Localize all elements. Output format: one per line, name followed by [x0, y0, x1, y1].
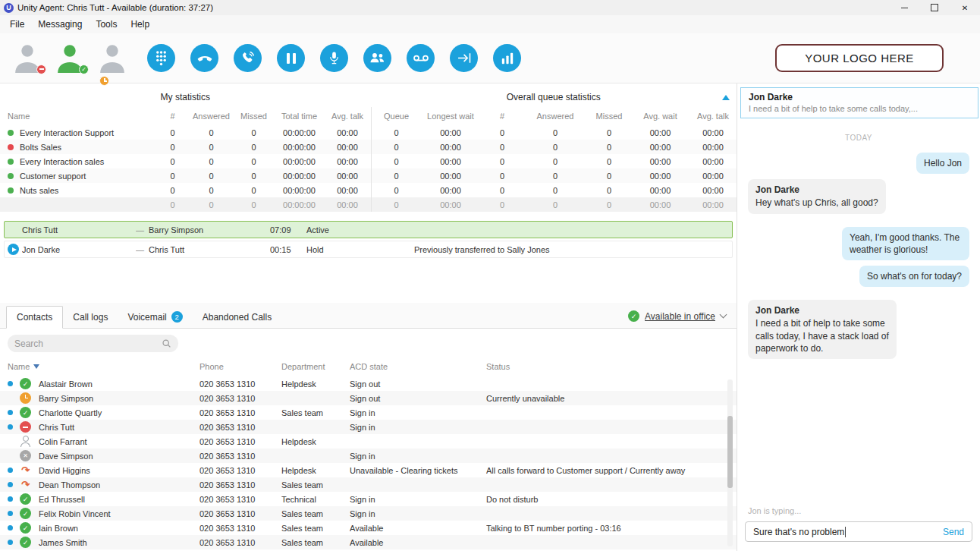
retrieve-call-icon[interactable]: [8, 244, 19, 255]
queue-presence-icon: [8, 144, 14, 150]
minimize-button[interactable]: [889, 0, 919, 15]
scrollbar-thumb[interactable]: [727, 416, 733, 488]
call-button[interactable]: [234, 44, 262, 72]
transfer-button[interactable]: [450, 44, 478, 72]
menu-tools[interactable]: Tools: [89, 19, 124, 30]
menu-file[interactable]: File: [3, 19, 31, 30]
contact-state-icon: [20, 537, 31, 548]
queue-stats-row[interactable]: Bolts Sales 0 0 0 00:00:00 00:00 0 00:00…: [0, 140, 737, 154]
stat-value: 0: [372, 128, 421, 137]
message-text: I need a bit of help to take some calls …: [755, 317, 889, 354]
contact-row[interactable]: Iain Brown 020 3653 1310 Sales team Avai…: [0, 521, 737, 535]
chat-messages: TODAY Hello Jon Jon Darke Hey what's up …: [737, 118, 980, 506]
presence-selector[interactable]: Available in office: [628, 310, 737, 328]
stat-value: 0: [480, 157, 524, 166]
search-input[interactable]: [14, 338, 162, 349]
send-button[interactable]: Send: [943, 527, 964, 537]
menu-help[interactable]: Help: [124, 19, 156, 30]
chat-input[interactable]: Sure that's no problem Send: [745, 521, 972, 542]
close-button[interactable]: [950, 0, 980, 15]
contact-phone: 020 3653 1310: [199, 509, 281, 518]
contact-department: Helpdesk: [281, 379, 350, 389]
queue-stats-row[interactable]: Nuts sales 0 0 0 00:00:00 00:00 0 00:00 …: [0, 183, 737, 197]
chat-message-received: Jon Darke Hey what's up Chris, all good?: [748, 179, 886, 213]
queue-stats-row[interactable]: Customer support 0 0 0 00:00:00 00:00 0 …: [0, 168, 737, 183]
acd-available-button[interactable]: [55, 41, 86, 76]
stat-value: 00:00: [324, 128, 371, 137]
contact-row[interactable]: Dean Thompson 020 3653 1310 Sales team: [0, 477, 737, 492]
tab-contacts[interactable]: Contacts: [6, 306, 63, 329]
contact-phone: 020 3653 1310: [199, 524, 281, 533]
hangup-button[interactable]: [190, 44, 218, 72]
tab-abandoned-calls[interactable]: Abandoned Calls: [193, 307, 281, 328]
menu-messaging[interactable]: Messaging: [31, 19, 89, 30]
stat-total: 00:00:00: [275, 200, 324, 209]
available-badge-icon: [79, 65, 89, 74]
stat-value: 00:00: [632, 172, 689, 181]
day-divider: TODAY: [845, 134, 872, 142]
statistics-header-row: Name # Answered Missed Total time Avg. t…: [0, 107, 737, 125]
stat-value: 0: [155, 172, 190, 181]
mute-button[interactable]: [320, 44, 348, 72]
collapse-stats-icon[interactable]: [722, 95, 730, 100]
presence-dot: [8, 525, 20, 531]
contact-acd-state: Sign in: [350, 423, 486, 432]
stat-total: 0: [155, 200, 190, 209]
presence-dot: [8, 511, 20, 516]
stat-value: 0: [586, 186, 632, 195]
contact-state-icon: [20, 450, 31, 461]
contacts-scrollbar[interactable]: [727, 379, 733, 546]
voicemail-button[interactable]: [407, 44, 435, 72]
col-avg-talk: Avg. talk: [324, 112, 371, 121]
stat-value: 0: [233, 143, 275, 152]
sort-desc-icon: [33, 364, 39, 369]
stat-total: 0: [233, 200, 275, 209]
contact-row[interactable]: Barry Simpson 020 3653 1310 Sign out Cur…: [0, 391, 737, 405]
contact-row[interactable]: Colin Farrant 020 3653 1310 Helpdesk: [0, 434, 737, 449]
column-name[interactable]: Name: [8, 362, 199, 371]
call-row-held[interactable]: Jon Darke — Chris Tutt 00:15 Hold Previo…: [4, 241, 733, 258]
conference-button[interactable]: [363, 44, 391, 72]
contact-row[interactable]: Ed Thrussell 020 3653 1310 Technical Sig…: [0, 492, 737, 506]
dialpad-button[interactable]: [147, 44, 175, 72]
stat-value: 00:00: [632, 128, 689, 137]
stat-value: 0: [480, 128, 524, 137]
contact-row[interactable]: Chris Tutt 020 3653 1310 Sign in: [0, 420, 737, 434]
contact-row[interactable]: Charlotte Quartly 020 3653 1310 Sales te…: [0, 405, 737, 420]
tab-label: Abandoned Calls: [203, 312, 272, 323]
stat-total: 00:00: [632, 200, 689, 209]
contact-row[interactable]: David Higgins 020 3653 1310 Helpdesk Una…: [0, 463, 737, 477]
statistics-panel: My statistics Overall queue statistics N…: [0, 83, 737, 212]
acd-unavailable-button[interactable]: [12, 41, 44, 76]
contact-state-icon: [20, 493, 31, 505]
chat-conversation-header[interactable]: Jon Darke I need a bit of help to take s…: [740, 87, 978, 118]
queue-stats-row[interactable]: Every Interaction sales 0 0 0 00:00:00 0…: [0, 154, 737, 168]
contact-row[interactable]: Alastair Brown 020 3653 1310 Helpdesk Si…: [0, 376, 737, 391]
tab-call-logs[interactable]: Call logs: [63, 307, 118, 328]
stat-value: 0: [524, 128, 586, 137]
queue-stats-row[interactable]: Every Interaction Support 0 0 0 00:00:00…: [0, 125, 737, 140]
contact-row[interactable]: Felix Robin Vincent 020 3653 1310 Sales …: [0, 506, 737, 521]
hold-button[interactable]: [277, 44, 305, 72]
maximize-button[interactable]: [919, 0, 950, 15]
call-notes: Previously transferred to Sally Jones: [414, 245, 732, 254]
contact-phone: 020 3653 1310: [199, 437, 281, 446]
stat-value: 0: [480, 172, 524, 181]
queue-name: Every Interaction sales: [20, 157, 104, 166]
stat-total: 00:00: [324, 200, 371, 209]
reports-button[interactable]: [493, 44, 521, 72]
contact-row[interactable]: James Smith 020 3653 1310 Sales team Ava…: [0, 535, 737, 549]
app-logo-icon: U: [4, 3, 14, 13]
typing-indicator: Jon is typing...: [737, 506, 980, 521]
search-area: [0, 329, 737, 357]
stat-value: 0: [586, 172, 632, 181]
call-row-active[interactable]: Chris Tutt — Barry Simpson 07:09 Active: [4, 221, 733, 238]
acd-wrapup-button[interactable]: [97, 41, 129, 76]
col-avg-wait: Avg. wait: [632, 112, 689, 121]
stat-value: 0: [190, 186, 233, 195]
contact-department: Sales team: [281, 408, 350, 417]
contact-name: James Smith: [39, 538, 87, 547]
tab-voicemail[interactable]: Voicemail2: [118, 306, 192, 328]
contact-row[interactable]: Dave Simpson 020 3653 1310 Sign in: [0, 449, 737, 463]
search-box[interactable]: [8, 335, 178, 352]
